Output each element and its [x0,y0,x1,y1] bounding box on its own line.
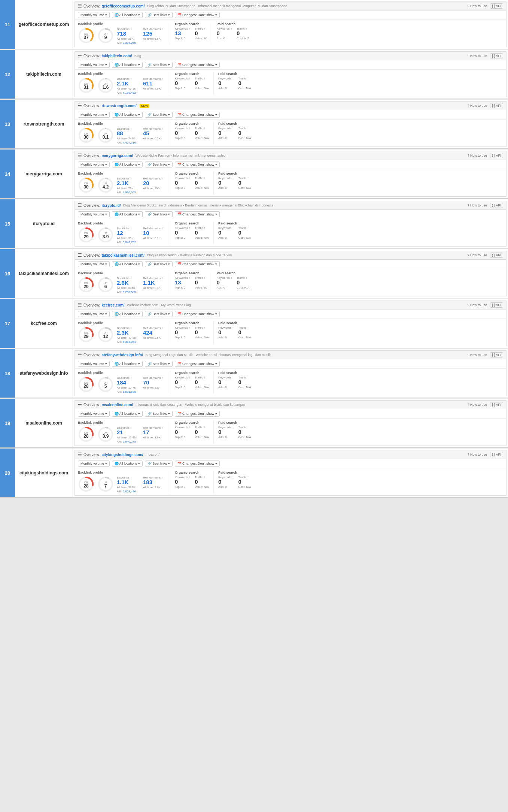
api-button[interactable]: { } API [490,302,503,308]
best-links-btn[interactable]: 🔗 Best links ▾ [145,411,173,417]
locations-btn[interactable]: 🌐 All locations ▾ [112,162,143,167]
best-links-btn[interactable]: 🔗 Best links ▾ [145,112,173,118]
api-button[interactable]: { } API [490,203,503,208]
changes-btn[interactable]: 📅 Changes: Don't show ▾ [175,461,220,467]
ur-circle: UR 6 [97,277,114,294]
best-links-btn[interactable]: 🔗 Best links ▾ [145,461,173,467]
monthly-volume-btn[interactable]: Monthly volume ▾ [78,162,110,167]
domain-label-17: kccfree.com [15,299,73,348]
changes-btn[interactable]: 📅 Changes: Don't show ▾ [175,261,220,267]
changes-btn[interactable]: 📅 Changes: Don't show ▾ [175,411,220,417]
changes-btn[interactable]: 📅 Changes: Don't show ▾ [175,211,220,217]
monthly-volume-btn[interactable]: Monthly volume ▾ [78,411,110,417]
organic-metrics: Keywords ↑ 0 Top 3: 0 Traffic ↑ 0 Value:… [175,426,209,439]
how-to-use-link[interactable]: ? How to use [467,303,487,307]
organic-traffic-sub: Value: N/A [195,236,209,239]
how-to-use-link[interactable]: ? How to use [467,403,487,407]
api-button[interactable]: { } API [490,3,503,9]
domain-link[interactable]: citykingsholdings.com/ [101,453,143,457]
organic-search-section: Organic search Keywords ↑ 0 Top 3: 0 Tra… [175,371,209,393]
locations-btn[interactable]: 🌐 All locations ▾ [112,12,143,18]
best-links-btn[interactable]: 🔗 Best links ▾ [145,162,173,167]
api-button[interactable]: { } API [490,153,503,158]
how-to-use-link[interactable]: ? How to use [467,154,487,157]
monthly-volume-btn[interactable]: Monthly volume ▾ [78,261,110,267]
best-links-btn[interactable]: 🔗 Best links ▾ [145,311,173,317]
api-button[interactable]: { } API [490,103,503,108]
overview-label: Overview: [83,453,100,457]
domain-link[interactable]: takiphilecin.com/ [101,54,132,58]
best-links-btn[interactable]: 🔗 Best links ▾ [145,12,173,18]
monthly-volume-btn[interactable]: Monthly volume ▾ [78,112,110,118]
how-to-use-link[interactable]: ? How to use [467,104,487,108]
ar-text: AR: 5,316,061 [117,340,165,344]
monthly-volume-btn[interactable]: Monthly volume ▾ [78,62,110,68]
monthly-volume-btn[interactable]: Monthly volume ▾ [78,461,110,467]
ar-text: AR: 4,189,462 [117,91,165,94]
organic-traffic-value: 0 [195,130,209,136]
how-to-use-link[interactable]: ? How to use [467,453,487,456]
api-button[interactable]: { } API [490,402,503,407]
divider-2 [213,421,214,443]
changes-btn[interactable]: 📅 Changes: Don't show ▾ [175,62,220,68]
paid-traffic-metric: Traffic ↑ 0 Cost: N/A [238,226,251,239]
api-button[interactable]: { } API [490,253,503,258]
api-button[interactable]: { } API [490,53,503,58]
api-button[interactable]: { } API [490,352,503,357]
best-links-btn[interactable]: 🔗 Best links ▾ [145,361,173,367]
how-to-use-link[interactable]: ? How to use [467,353,487,357]
changes-btn[interactable]: 📅 Changes: Don't show ▾ [175,112,220,118]
monthly-volume-btn[interactable]: Monthly volume ▾ [78,211,110,217]
locations-btn[interactable]: 🌐 All locations ▾ [112,461,143,467]
site-description: Informasi Bisnis dan Keuangan - Website … [134,403,245,407]
ur-circle: UR 12 [97,326,114,344]
locations-btn[interactable]: 🌐 All locations ▾ [112,361,143,367]
locations-btn[interactable]: 🌐 All locations ▾ [112,411,143,417]
menu-icon: ☰ [78,203,82,208]
monthly-volume-btn[interactable]: Monthly volume ▾ [78,12,110,18]
organic-search-section: Organic search Keywords ↑ 0 Top 3: 0 Tra… [175,72,209,94]
domain-link[interactable]: itcrypto.id/ [101,203,121,208]
domain-link[interactable]: stefanywebdesign.info/ [101,353,143,357]
dr-circle: DR 29 [78,326,94,344]
card-body-15: Backlink profile DR 29 [75,219,506,246]
ref-domains-value: 45 [143,130,165,137]
divider-1 [170,122,170,144]
how-to-use-link[interactable]: ? How to use [467,54,487,58]
how-to-use-link[interactable]: ? How to use [467,4,487,8]
how-to-use-link[interactable]: ? How to use [467,203,487,207]
locations-btn[interactable]: 🌐 All locations ▾ [112,62,143,68]
backlinks-sub: All time: 36K [117,37,139,40]
domain-link[interactable]: kccfree.com/ [101,303,124,307]
changes-btn[interactable]: 📅 Changes: Don't show ▾ [175,12,220,18]
locations-btn[interactable]: 🌐 All locations ▾ [112,261,143,267]
menu-icon: ☰ [78,452,82,457]
changes-btn[interactable]: 📅 Changes: Don't show ▾ [175,361,220,367]
changes-btn[interactable]: 📅 Changes: Don't show ▾ [175,311,220,317]
locations-btn[interactable]: 🌐 All locations ▾ [112,112,143,118]
locations-btn[interactable]: 🌐 All locations ▾ [112,211,143,217]
backlinks-metric: Backlinks ↑ 1.1K All time: 389K [117,476,139,489]
api-button[interactable]: { } API [490,452,503,457]
paid-keywords-value: 0 [217,280,232,286]
backlink-profile-content: Backlink profile DR 30 [78,172,165,194]
how-to-use-link[interactable]: ? How to use [467,253,487,257]
ar-value: 4,189,462 [123,91,136,94]
domain-link[interactable]: msaleonline.com/ [101,403,133,407]
paid-search-title: Paid search [218,321,251,325]
monthly-volume-btn[interactable]: Monthly volume ▾ [78,311,110,317]
ref-domains-value: 10 [143,230,165,236]
domain-link[interactable]: merygarriga.com/ [101,154,133,158]
divider-2 [212,271,212,294]
paid-keywords-value: 0 [218,329,234,336]
changes-btn[interactable]: 📅 Changes: Don't show ▾ [175,162,220,167]
domain-link[interactable]: rtownstrength.com/ [101,104,136,108]
domain-link[interactable]: takipcikasmahilesi.com/ [101,253,145,257]
best-links-btn[interactable]: 🔗 Best links ▾ [145,211,173,217]
monthly-volume-btn[interactable]: Monthly volume ▾ [78,361,110,367]
best-links-btn[interactable]: 🔗 Best links ▾ [145,62,173,68]
best-links-btn[interactable]: 🔗 Best links ▾ [145,261,173,267]
locations-btn[interactable]: 🌐 All locations ▾ [112,311,143,317]
domain-link[interactable]: getofficecomsetup.com/ [101,4,145,8]
paid-traffic-sub: Cost: N/A [238,87,251,90]
